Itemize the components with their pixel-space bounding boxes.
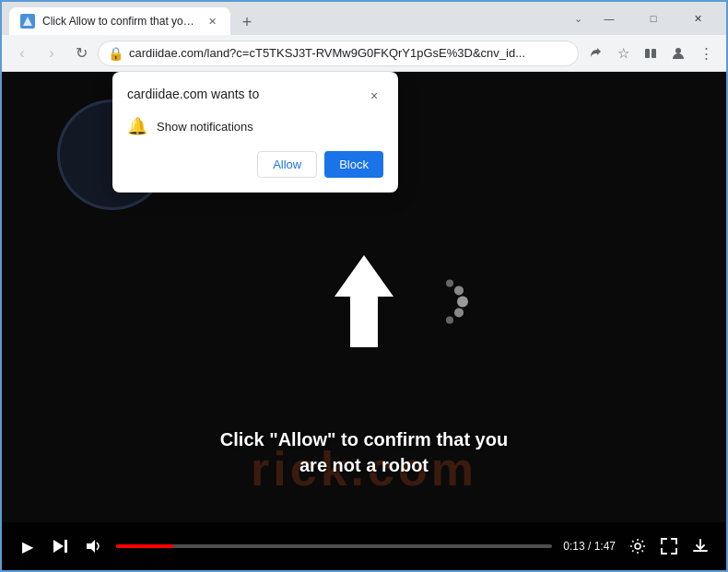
fullscreen-button[interactable] [658,535,680,557]
tab-title: Click Allow to confirm that you a [42,15,197,28]
caption-text: Click "Allow" to confirm that you are no… [220,426,508,478]
address-bar[interactable]: 🔒 cardiidae.com/land?c=cT5TKSJ3T-RVMw9G0… [98,41,579,66]
toolbar: ‹ › ↻ 🔒 cardiidae.com/land?c=cT5TKSJ3T-R… [2,35,726,72]
popup-actions: Allow Block [127,151,383,178]
bell-icon: 🔔 [127,116,147,136]
play-button[interactable]: ▶ [17,535,39,557]
address-text: cardiidae.com/land?c=cT5TKSJ3T-RVMw9G0FK… [129,46,569,60]
browser-frame: Click Allow to confirm that you a ✕ + ⌄ … [0,0,728,572]
reader-mode-button[interactable] [638,41,663,66]
minimize-button[interactable]: — [588,2,630,35]
tab-close-button[interactable]: ✕ [205,14,219,29]
forward-button[interactable]: › [39,41,65,66]
block-button[interactable]: Block [324,151,383,178]
expand-icon: ⌄ [574,13,582,25]
svg-point-4 [446,280,453,287]
caption-line1: Click "Allow" to confirm that you [220,426,508,452]
svg-rect-0 [645,49,650,58]
progress-fill [116,544,173,548]
profile-button[interactable] [665,41,691,66]
svg-rect-1 [652,49,656,58]
svg-point-5 [454,286,464,296]
svg-marker-9 [53,540,64,553]
popup-header: cardiidae.com wants to × [127,87,383,105]
progress-bar[interactable] [116,544,552,548]
loading-dots [415,273,470,332]
svg-point-8 [446,317,453,324]
svg-point-2 [675,48,681,53]
volume-button[interactable] [83,535,105,557]
video-background[interactable]: rick.com Click "Allow" to confirm that y… [2,72,726,570]
allow-button[interactable]: Allow [257,151,317,178]
window-controls: ⌄ — □ ✕ [574,2,719,35]
active-tab[interactable]: Click Allow to confirm that you a ✕ [9,7,230,35]
arrow-container [327,251,401,352]
bookmark-button[interactable]: ☆ [610,41,636,66]
svg-point-12 [635,543,640,549]
download-button[interactable] [689,535,711,557]
share-button[interactable] [582,41,608,66]
svg-point-7 [454,309,464,318]
tab-bar: Click Allow to confirm that you a ✕ + [9,2,567,35]
svg-marker-11 [87,540,95,553]
right-controls [627,535,711,557]
lock-icon: 🔒 [108,46,123,61]
notification-row: 🔔 Show notifications [127,116,383,136]
video-controls: ▶ 0:13 / 1:47 [2,522,726,570]
back-button[interactable]: ‹ [9,41,35,66]
svg-point-6 [457,297,468,308]
new-tab-button[interactable]: + [234,9,260,35]
svg-marker-3 [335,255,393,347]
arrow-up-icon [327,251,401,352]
maximize-button[interactable]: □ [632,2,675,35]
notification-label: Show notifications [157,120,253,134]
settings-button[interactable] [627,535,649,557]
title-bar: Click Allow to confirm that you a ✕ + ⌄ … [2,2,726,35]
next-button[interactable] [50,535,72,557]
popup-close-button[interactable]: × [365,87,383,105]
page-content: rick.com Click "Allow" to confirm that y… [2,72,726,570]
refresh-button[interactable]: ↻ [68,41,94,66]
time-display: 0:13 / 1:47 [563,540,616,553]
menu-button[interactable]: ⋮ [693,41,719,66]
tab-favicon [20,14,35,29]
svg-rect-10 [65,540,67,553]
notification-popup: cardiidae.com wants to × 🔔 Show notifica… [112,72,398,193]
close-button[interactable]: ✕ [676,2,719,35]
caption-line2: are not a robot [220,452,508,478]
toolbar-actions: ☆ ⋮ [582,41,719,66]
popup-title: cardiidae.com wants to [127,87,259,101]
